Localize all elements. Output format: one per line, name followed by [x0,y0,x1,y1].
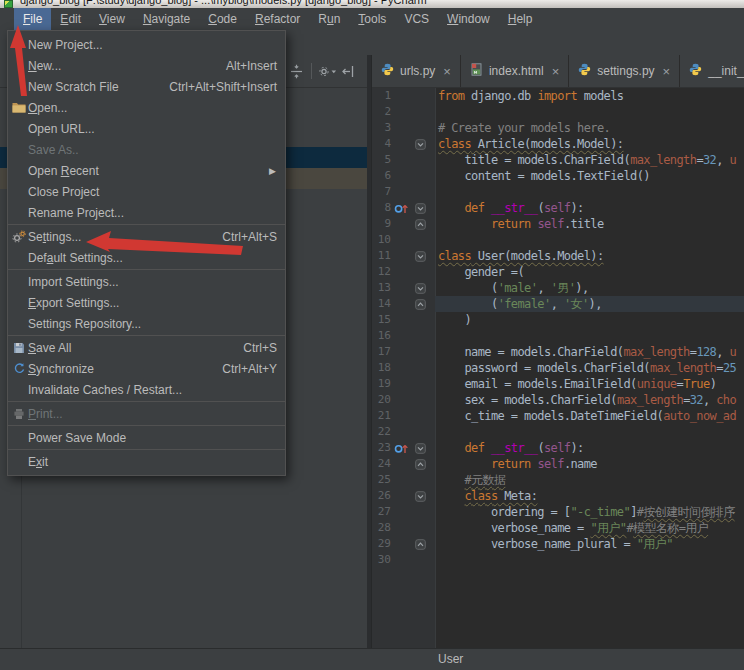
code-token: 25 [723,361,736,375]
editor-tab-bar: urls.py×index.html×settings.py×__init__× [372,55,744,88]
menubar-item-navigate[interactable]: Navigate [134,8,199,30]
code-line: 1from django.db import models [372,88,744,104]
menu-item-open[interactable]: Open... [8,97,285,118]
tab-urls-py[interactable]: urls.py× [372,55,461,87]
menubar-item-vcs[interactable]: VCS [395,8,438,30]
fold-slot [411,472,435,488]
menubar-item-help[interactable]: Help [499,8,542,30]
menu-item-exit[interactable]: Exit [8,451,285,472]
menu-item-shortcut: Ctrl+S [243,341,277,355]
menubar-item-refactor[interactable]: Refactor [246,8,309,30]
menubar-item-edit[interactable]: Edit [51,8,90,30]
fold-collapse-icon[interactable] [411,488,435,504]
code-line: 17 name = models.CharField(max_length=12… [372,344,744,360]
menu-item-settings[interactable]: Settings...Ctrl+Alt+S [8,226,285,247]
save-all-icon [10,342,28,354]
code-token [438,441,465,455]
code-line: 28 verbose_name = "用户"#模型名称=用户 [372,520,744,536]
code-line-text [435,552,744,568]
menu-item-label: Open... [28,101,67,115]
fold-end-icon[interactable] [411,216,435,232]
code-token: Article(models.Model): [471,137,623,151]
tab-settings-py[interactable]: settings.py× [569,55,680,87]
code-token [438,201,465,215]
fold-collapse-icon[interactable] [411,248,435,264]
code-token: '男' [551,281,576,295]
fold-collapse-icon[interactable] [411,200,435,216]
code-token: max_length [650,361,716,375]
menu-item-import-settings[interactable]: Import Settings... [8,271,285,292]
gutter-icon-slot [391,232,411,248]
menu-item-save-as: Save As.. [8,139,285,160]
code-line: 24 return self.name [372,456,744,472]
tab-close-icon[interactable]: × [443,65,451,78]
code-token: , [703,393,716,407]
code-token: 128 [696,345,716,359]
menu-item-new[interactable]: New...Alt+Insert [8,55,285,76]
menu-item-export-settings[interactable]: Export Settings... [8,292,285,313]
menu-item-new-project[interactable]: New Project... [8,34,285,55]
code-line-text: # Create your models here. [435,120,744,136]
menu-item-power-save-mode[interactable]: Power Save Mode [8,427,285,448]
title-bar: django_blog [F:\study\django_blog] - ...… [0,0,744,8]
code-line-text: password = models.CharField(max_length=2… [435,360,744,376]
menu-item-synchronize[interactable]: SynchronizeCtrl+Alt+Y [8,358,285,379]
code-line-text: verbose_name_plural = "用户" [435,536,744,552]
fold-end-icon[interactable] [411,536,435,552]
tab-close-icon[interactable]: × [663,65,671,78]
menu-item-invalidate-caches-restart[interactable]: Invalidate Caches / Restart... [8,379,285,400]
collapse-icon[interactable] [289,64,304,83]
label-text: Settings Repository... [28,317,141,331]
code-line: 12 gender =( [372,264,744,280]
fold-collapse-icon[interactable] [411,440,435,456]
fold-end-icon[interactable] [411,456,435,472]
code-line: 27 ordering = ["-c_time"]#按创建时间倒排序 [372,504,744,520]
fold-slot [411,552,435,568]
fold-slot [411,232,435,248]
menubar-item-view[interactable]: View [90,8,134,30]
menubar-item-window[interactable]: Window [438,8,499,30]
code-line-text: email = models.EmailField(unique=True) [435,376,744,392]
structure-breadcrumb-user[interactable]: User [438,652,463,666]
tab-init[interactable]: __init__× [680,55,744,87]
menu-item-open-url[interactable]: Open URL... [8,118,285,139]
code-line-text: return self.name [435,456,744,472]
fold-collapse-icon[interactable] [411,136,435,152]
gear-dropdown-icon[interactable] [317,64,338,83]
fold-slot [411,360,435,376]
fold-slot [411,424,435,440]
code-line: 21 c_time = models.DateTimeField(auto_no… [372,408,744,424]
code-editor[interactable]: 1from django.db import models23# Create … [372,88,744,648]
override-method-icon[interactable] [391,440,411,456]
label-text: ew... [37,59,62,73]
fold-end-icon[interactable] [411,296,435,312]
code-line: 30 [372,552,744,568]
code-token: self [544,441,571,455]
tab-index-html[interactable]: index.html× [461,55,569,87]
menubar-item-code[interactable]: Code [199,8,246,30]
code-token: max_length [617,393,683,407]
menu-item-label: Settings Repository... [28,317,141,331]
menu-item-open-recent[interactable]: Open Recent▶ [8,160,285,181]
fold-slot [411,152,435,168]
fold-slot [411,104,435,120]
hide-panel-icon[interactable] [341,64,356,83]
menu-item-rename-project[interactable]: Rename Project... [8,202,285,223]
menubar-item-run[interactable]: Run [309,8,349,30]
menu-item-save-all[interactable]: Save AllCtrl+S [8,337,285,358]
menu-item-default-settings[interactable]: Default Settings... [8,247,285,268]
gutter-icon-slot [391,136,411,152]
code-token: return [491,217,531,231]
menu-item-new-scratch-file[interactable]: New Scratch FileCtrl+Alt+Shift+Insert [8,76,285,97]
menubar-item-file[interactable]: File [14,8,51,30]
menu-item-close-project[interactable]: Close Project [8,181,285,202]
code-token: class [465,489,498,503]
override-method-icon[interactable] [391,200,411,216]
tab-close-icon[interactable]: × [552,65,560,78]
menubar-item-tools[interactable]: Tools [349,8,395,30]
fold-collapse-icon[interactable] [411,280,435,296]
label-text: avigate [152,12,191,26]
menu-item-settings-repository[interactable]: Settings Repository... [8,313,285,334]
label-text: Open [28,164,61,178]
tab-label: urls.py [400,64,435,78]
